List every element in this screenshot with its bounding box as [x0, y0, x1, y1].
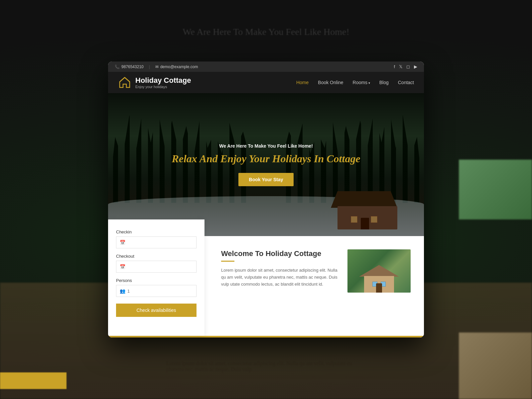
- hero-subtitle: We Are Here To Make You Feel Like Home!: [172, 143, 360, 149]
- logo-text: Holiday Cottage Enjoy your holidays: [135, 76, 191, 89]
- persons-label: Persons: [116, 278, 197, 283]
- nav-book-online[interactable]: Book Online: [318, 80, 343, 85]
- welcome-description: Lorem ipsum dolor sit amet, consectetur …: [221, 267, 337, 288]
- checkin-input[interactable]: [128, 240, 193, 245]
- logo-name: Holiday Cottage: [135, 76, 191, 85]
- bg-right-image-1: [459, 160, 532, 219]
- cottage-window-right: [371, 216, 377, 223]
- cottage-window-left: [351, 216, 357, 223]
- checkout-input-wrapper: 📅: [116, 261, 197, 273]
- bg-right-image-2: [459, 332, 532, 399]
- cottage-roof: [331, 191, 397, 208]
- checkin-input-wrapper: 📅: [116, 236, 197, 248]
- booking-sidebar: Checkin 📅 Checkout 📅 Persons 👥: [108, 219, 204, 336]
- phone-contact: 📞 9876543210: [115, 65, 144, 69]
- main-content: Checkin 📅 Checkout 📅 Persons 👥: [108, 236, 424, 336]
- top-bar: 📞 9876543210 | ✉ demo@example.com f 𝕏 ◻ …: [108, 62, 424, 72]
- bg-gold-bar: [0, 372, 66, 389]
- persons-group: Persons 👥: [116, 278, 197, 297]
- email-icon: ✉: [155, 65, 159, 69]
- navbar: Holiday Cottage Enjoy your holidays Home…: [108, 72, 424, 93]
- twitter-icon[interactable]: 𝕏: [399, 64, 402, 69]
- welcome-inner: Welcome To Holiday Cottage Lorem ipsum d…: [221, 249, 411, 293]
- nav-contact[interactable]: Contact: [398, 80, 414, 85]
- nav-rooms[interactable]: Rooms: [353, 80, 370, 85]
- divider: |: [149, 65, 150, 69]
- email-contact: ✉ demo@example.com: [155, 65, 198, 69]
- cottage-img-house: [359, 266, 399, 293]
- checkin-label: Checkin: [116, 229, 197, 234]
- cottage-door: [361, 218, 369, 229]
- house-door-img: [376, 283, 382, 293]
- welcome-section: Welcome To Holiday Cottage Lorem ipsum d…: [204, 236, 424, 336]
- book-your-stay-button[interactable]: Book Your Stay: [238, 173, 294, 186]
- hero-content: We Are Here To Make You Feel Like Home! …: [158, 143, 373, 186]
- cottage-image-placeholder: [347, 249, 411, 293]
- logo-icon: [118, 76, 131, 89]
- check-availabilities-button[interactable]: Check availabilities: [116, 304, 197, 317]
- calendar-icon-checkin: 📅: [120, 240, 125, 245]
- calendar-icon-checkout: 📅: [120, 264, 125, 269]
- top-bar-left: 📞 9876543210 | ✉ demo@example.com: [115, 65, 198, 69]
- persons-icon: 👥: [120, 288, 125, 294]
- persons-input[interactable]: [127, 289, 193, 294]
- checkout-input[interactable]: [128, 264, 193, 269]
- checkin-group: Checkin 📅: [116, 229, 197, 248]
- logo-tagline: Enjoy your holidays: [135, 85, 191, 89]
- welcome-divider: [221, 261, 234, 262]
- hero-cottage: [331, 190, 397, 229]
- welcome-title: Welcome To Holiday Cottage: [221, 249, 337, 258]
- house-roof-img: [359, 265, 399, 277]
- checkout-group: Checkout 📅: [116, 254, 197, 273]
- instagram-icon[interactable]: ◻: [406, 64, 410, 69]
- phone-number: 9876543210: [121, 65, 144, 69]
- facebook-icon[interactable]: f: [394, 64, 395, 69]
- phone-icon: 📞: [115, 65, 120, 69]
- welcome-text: Welcome To Holiday Cottage Lorem ipsum d…: [221, 249, 337, 288]
- bottom-border: [108, 336, 424, 337]
- nav-blog[interactable]: Blog: [379, 80, 389, 85]
- social-icons: f 𝕏 ◻ ▶: [394, 64, 417, 69]
- house-body-img: [364, 276, 394, 293]
- cottage-image: [347, 249, 411, 293]
- email-address: demo@example.com: [160, 65, 198, 69]
- hero-title: Relax And Enjoy Your Holidays In Cottage: [172, 153, 360, 165]
- persons-input-wrapper: 👥: [116, 285, 197, 297]
- hero-section: We Are Here To Make You Feel Like Home! …: [108, 93, 424, 236]
- logo-area: Holiday Cottage Enjoy your holidays: [118, 76, 191, 89]
- nav-links: Home Book Online Rooms Blog Contact: [296, 80, 414, 85]
- checkout-label: Checkout: [116, 254, 197, 259]
- nav-home[interactable]: Home: [296, 80, 309, 85]
- cottage-body: [337, 206, 397, 229]
- youtube-icon[interactable]: ▶: [414, 64, 417, 69]
- bg-heading-text: We Are Here To Make You Feel Like Home!: [183, 27, 349, 37]
- browser-window: 📞 9876543210 | ✉ demo@example.com f 𝕏 ◻ …: [108, 62, 424, 337]
